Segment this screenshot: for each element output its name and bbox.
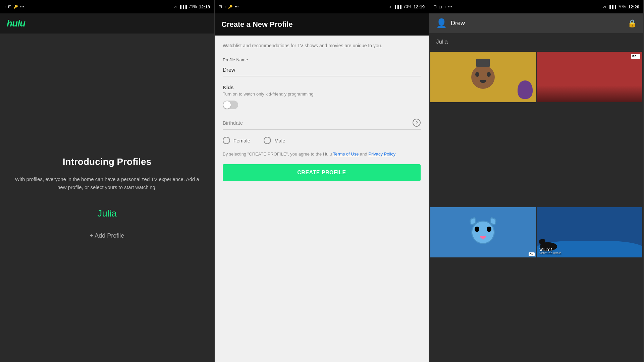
upload-icon-3: ↑ [444,4,446,9]
photo-icon-3: ⊡ [433,4,437,9]
upload-icon-2: ↑ [224,4,226,9]
more-icon: ••• [20,5,24,9]
profile-name-field: Profile Name [223,57,421,76]
screen-create-profile: ⊡ ↑ 🔑 ••• ⊿ ▐▐▐ 70% 12:19 Create a New P… [215,0,429,362]
status-bar-1: ↑ ⊡ 🔑 ••• ⊿ ▐▐▐ 71% 12:18 [0,0,214,13]
kids-toggle[interactable] [223,101,238,109]
birthdate-help-icon[interactable]: ? [413,119,421,127]
re-badge: RE... [631,54,640,59]
status-left-3: ⊡ ◻ ↑ ••• [433,4,452,9]
key-icon-2: 🔑 [228,5,233,9]
kids-label: Kids [223,84,421,90]
privacy-policy-link[interactable]: Privacy Policy [368,152,395,157]
create-profile-title: Create a New Profile [221,20,422,29]
intro-content: Introducing Profiles With profiles, ever… [0,34,214,362]
more-icon-2: ••• [235,5,239,9]
status-right-3: ⊿ ▐▐▐ 70% 12:20 [603,4,639,9]
kids-description: Turn on to watch only kid-friendly progr… [223,92,421,97]
create-profile-form: Watchlist and recommendations for TV sho… [215,36,429,362]
clock-2: 12:19 [414,4,425,9]
battery-pct-3: 70% [618,4,626,9]
female-label: Female [233,138,250,143]
form-subtitle: Watchlist and recommendations for TV sho… [223,42,421,49]
screen-profile-list: ⊡ ◻ ↑ ••• ⊿ ▐▐▐ 70% 12:20 👤 Drew 🔒 Julia [429,0,644,362]
status-bar-2: ⊡ ↑ 🔑 ••• ⊿ ▐▐▐ 70% 12:19 [215,0,429,13]
gender-selection: Female Male [223,137,421,144]
wifi-icon-1: ⊿ [173,4,177,9]
key-icon: 🔑 [13,5,18,9]
status-right-1: ⊿ ▐▐▐ 71% 12:18 [173,4,210,9]
clock-1: 12:18 [199,4,210,9]
more-icon-3: ••• [448,5,452,9]
kids-section: Kids Turn on to watch only kid-friendly … [223,84,421,111]
active-profile-name: Drew [451,20,465,27]
terms-prefix: By selecting "CREATE PROFILE", you agree… [223,152,333,157]
profile-name-input[interactable] [223,64,421,76]
julia-profile-button[interactable]: Julia [97,208,117,219]
battery-pct-1: 71% [189,4,197,9]
terms-and: and [359,152,368,157]
profile-avatar-icon: 👤 [436,18,447,28]
upload-icon: ↑ [4,4,6,9]
intro-title: Introducing Profiles [63,156,151,168]
lock-button[interactable]: 🔒 [628,19,637,28]
wifi-icon-3: ⊿ [603,4,606,9]
clock-3: 12:20 [628,4,639,9]
content-thumb-4[interactable]: WILLY 2 VENTURE HOME [537,207,643,257]
wifi-icon-2: ⊿ [388,4,391,9]
profile-name-label: Profile Name [223,57,421,62]
status-left-1: ↑ ⊡ 🔑 ••• [4,4,24,9]
status-left-2: ⊡ ↑ 🔑 ••• [219,4,239,9]
terms-text: By selecting "CREATE PROFILE", you agree… [223,151,421,158]
birthdate-section: Birthdate ? [223,119,421,130]
male-radio[interactable] [264,137,271,144]
battery-pct-2: 70% [404,4,412,9]
birthdate-row[interactable]: Birthdate ? [223,119,421,130]
insta-icon-3: ◻ [439,4,442,9]
male-label: Male [274,138,285,143]
cn-badge-3: CN [529,252,535,256]
add-profile-button[interactable]: + Add Profile [90,232,124,239]
birthdate-placeholder: Birthdate [223,120,243,126]
photo-icon-2: ⊡ [219,4,222,9]
status-right-2: ⊿ ▐▐▐ 70% 12:19 [388,4,425,9]
intro-description: With profiles, everyone in the home can … [10,175,204,191]
signal-icon-1: ▐▐▐ [179,5,186,9]
photo-icon: ⊡ [8,4,11,9]
toggle-knob [223,101,231,109]
terms-of-use-link[interactable]: Terms of Use [333,152,359,157]
lock-icon: 🔒 [628,19,637,27]
profile-list-header: 👤 Drew 🔒 [429,13,643,33]
hulu-logo: hulu [7,18,207,29]
hulu-header: hulu [0,13,214,34]
signal-icon-3: ▐▐▐ [608,5,616,9]
content-grid: RE... CN [429,51,643,362]
female-radio[interactable] [223,137,230,144]
create-profile-button[interactable]: CREATE PROFILE [223,164,421,181]
content-thumb-2[interactable]: RE... [537,52,643,102]
content-thumb-3[interactable]: CN [430,207,536,257]
julia-list-item[interactable]: Julia [429,33,643,51]
female-option[interactable]: Female [223,137,250,144]
status-bar-3: ⊡ ◻ ↑ ••• ⊿ ▐▐▐ 70% 12:20 [429,0,643,13]
signal-icon-2: ▐▐▐ [393,5,401,9]
create-profile-header: Create a New Profile [215,13,429,36]
screen-profiles-intro: ↑ ⊡ 🔑 ••• ⊿ ▐▐▐ 71% 12:18 hulu Introduci… [0,0,215,362]
male-option[interactable]: Male [264,137,285,144]
content-thumb-1[interactable] [430,52,536,102]
active-profile[interactable]: 👤 Drew [436,18,465,28]
